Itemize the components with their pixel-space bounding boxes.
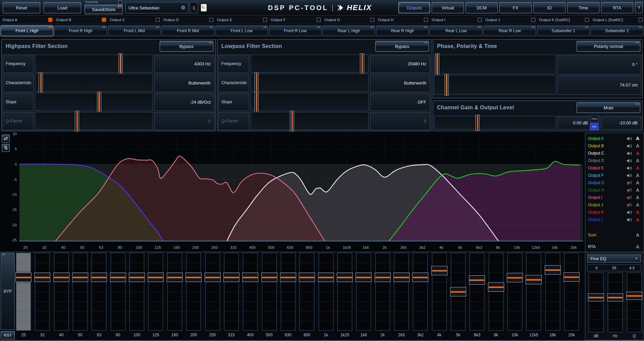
speaker-icon[interactable]	[627, 144, 632, 148]
lowpass-characteristic-slider[interactable]	[251, 74, 369, 92]
analog-badge[interactable]: A	[634, 158, 641, 163]
fine-eq-handle-db[interactable]	[588, 293, 604, 301]
eq-band-200[interactable]	[186, 253, 201, 331]
save-store-button[interactable]: Save&Store	[85, 5, 123, 14]
analog-badge[interactable]: A	[634, 136, 641, 141]
analog-badge[interactable]: A	[634, 173, 641, 178]
analog-badge[interactable]: A	[634, 195, 641, 200]
time-distance-slider[interactable]	[434, 75, 556, 95]
speaker-icon[interactable]	[627, 210, 632, 215]
slider-handle[interactable]	[75, 111, 79, 131]
output-checkbox-output-l-subrc[interactable]	[639, 18, 643, 22]
speaker-icon[interactable]	[627, 136, 632, 141]
eq-band-handle-2k5[interactable]	[393, 273, 410, 282]
eq-band-handle-5k[interactable]	[450, 287, 466, 296]
analog-badge[interactable]: A	[634, 151, 641, 156]
nav-fx[interactable]: FX	[499, 2, 532, 13]
channel-tab-rear-l-low[interactable]: Rear L Low	[430, 25, 482, 36]
speaker-icon[interactable]	[627, 173, 632, 178]
eq-band-25[interactable]	[16, 253, 31, 331]
legend-label[interactable]: Output I	[588, 195, 627, 200]
preset-number[interactable]: 1	[190, 2, 198, 13]
highpass-slope-slider[interactable]	[35, 93, 153, 111]
channel-tab-rear-r-low[interactable]: Rear R Low	[483, 25, 536, 36]
fine-eq-handle-hz[interactable]	[607, 293, 623, 301]
eq-band-50[interactable]	[73, 253, 88, 331]
legend-label[interactable]: Output E	[588, 166, 627, 170]
eq-band-handle-1k6[interactable]	[356, 273, 372, 282]
slider-handle[interactable]	[39, 72, 43, 93]
channel-tab-front-l-high[interactable]: Front L High	[1, 25, 53, 36]
eq-band-handle-200[interactable]	[185, 273, 202, 282]
channel-tab-front-r-high[interactable]: Front R High	[54, 25, 107, 36]
eq-band-315[interactable]	[224, 253, 239, 331]
eq-band-handle-25[interactable]	[15, 273, 32, 282]
eq-band-40[interactable]	[54, 253, 69, 331]
slider-handle[interactable]	[254, 72, 259, 93]
eq-band-6k3[interactable]	[470, 253, 484, 331]
lowpass-slope-slider[interactable]	[251, 93, 369, 111]
eq-reset-button[interactable]: RST	[1, 331, 15, 339]
eq-band-handle-10k[interactable]	[507, 273, 523, 282]
eq-band-5k[interactable]	[451, 253, 466, 331]
eq-band-630[interactable]	[281, 253, 296, 331]
speaker-icon[interactable]	[627, 159, 632, 163]
eq-band-2k5[interactable]	[394, 253, 409, 331]
fine-eq-handle-q[interactable]	[626, 292, 642, 300]
eq-band-handle-20k[interactable]	[564, 272, 580, 282]
channel-tab-front-l-low[interactable]: Front L Low	[215, 25, 268, 36]
response-curves[interactable]	[19, 134, 583, 244]
eq-band-16k[interactable]	[545, 253, 560, 331]
analog-badge[interactable]: A	[634, 202, 641, 208]
gain-slider[interactable]	[434, 116, 556, 129]
legend-label[interactable]: Output F	[588, 173, 627, 178]
eq-band-handle-63[interactable]	[91, 273, 107, 282]
nav-time[interactable]: Time	[567, 2, 599, 13]
output-checkbox-output-d[interactable]	[209, 18, 213, 22]
eq-band-1k6[interactable]	[356, 253, 371, 331]
eq-band-10k[interactable]	[507, 253, 522, 331]
gear-icon[interactable]: ⚙	[181, 5, 185, 11]
fine-eq-dropdown[interactable]: Fine EQ ▼	[587, 254, 641, 263]
rms-badge[interactable]: RMS	[590, 115, 599, 122]
eq-band-400[interactable]	[243, 253, 258, 331]
lowpass-frequency-slider[interactable]	[251, 55, 369, 73]
eq-band-handle-400[interactable]	[242, 273, 258, 282]
eq-band-32[interactable]	[35, 253, 50, 331]
output-checkbox-output-f[interactable]	[317, 18, 321, 22]
ph-badge[interactable]: PH	[590, 123, 599, 130]
output-checkbox-output-i[interactable]	[478, 18, 482, 22]
channel-tab-subwoofer-2[interactable]: Subwoofer 2	[591, 25, 643, 36]
edit-preset-button[interactable]: ✎	[199, 2, 208, 13]
rms-ph-toggle[interactable]: RMS PH	[590, 115, 599, 130]
channel-tab-rear-r-high[interactable]: Rear R High	[376, 25, 429, 36]
plot-area[interactable]	[19, 134, 583, 244]
highpass-characteristic-slider[interactable]	[35, 74, 153, 92]
eq-band-handle-8k[interactable]	[488, 282, 504, 292]
slider-handle[interactable]	[118, 53, 123, 74]
eq-band-handle-160[interactable]	[167, 273, 183, 282]
analog-badge[interactable]: A	[634, 210, 641, 215]
slider-handle[interactable]	[290, 111, 294, 131]
legend-label[interactable]: Sum	[588, 233, 634, 237]
legend-label[interactable]: Output L	[588, 217, 627, 222]
output-checkbox-output-g[interactable]	[370, 18, 374, 22]
eq-band-800[interactable]	[300, 253, 314, 331]
highpass-q-factor-slider[interactable]	[35, 112, 153, 130]
legend-label[interactable]: Output B	[588, 144, 627, 148]
highpass-frequency-slider[interactable]	[35, 55, 153, 73]
eq-band-4k[interactable]	[432, 253, 447, 331]
channel-tab-subwoofer-1[interactable]: Subwoofer 1	[537, 25, 590, 36]
eq-band-handle-630[interactable]	[280, 273, 296, 282]
output-checkbox-output-j[interactable]	[531, 18, 535, 22]
output-checkbox-output-h[interactable]	[424, 18, 428, 22]
speaker-muted-icon[interactable]	[627, 203, 632, 207]
speaker-muted-icon[interactable]	[627, 181, 632, 185]
eq-band-8k[interactable]	[489, 253, 503, 331]
nav-io[interactable]: IO	[533, 2, 566, 13]
reset-button[interactable]: Reset	[3, 2, 40, 13]
nav-dcm[interactable]: DCM	[466, 2, 498, 13]
eq-band-100[interactable]	[129, 253, 144, 331]
eq-band-handle-125[interactable]	[148, 273, 164, 282]
analog-badge[interactable]: A	[634, 217, 641, 222]
